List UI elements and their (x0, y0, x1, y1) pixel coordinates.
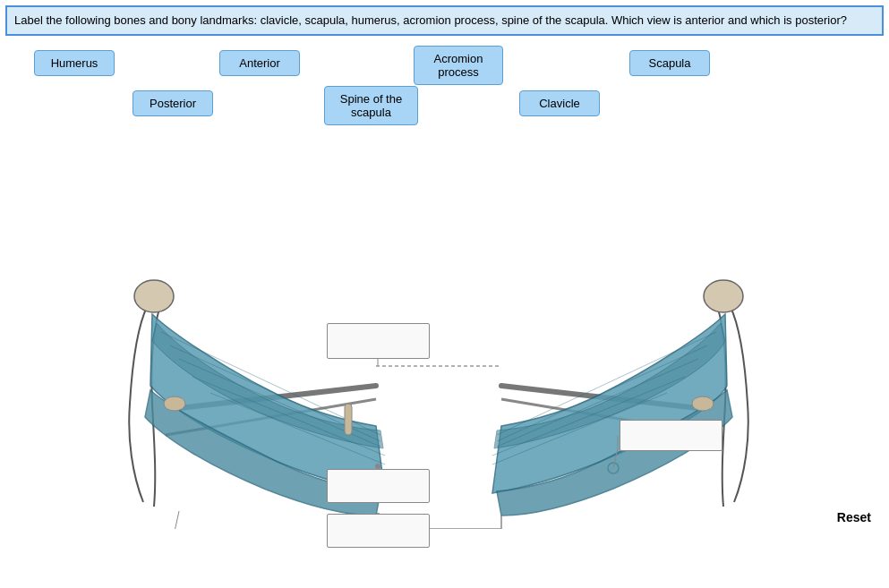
reset-button[interactable]: Reset (837, 510, 871, 524)
labels-area: Humerus Anterior AcromionAcromion proces… (0, 41, 889, 144)
svg-point-2 (704, 280, 743, 312)
label-btn-clavicle[interactable]: Clavicle (519, 90, 600, 116)
svg-point-33 (164, 396, 185, 411)
label-btn-acromion-process[interactable]: AcromionAcromion processprocess (414, 46, 503, 85)
label-btn-spine-of-scapula[interactable]: Spine of thescapula (324, 86, 418, 125)
svg-point-34 (692, 396, 714, 411)
answer-box-center-mid2[interactable] (327, 514, 430, 548)
label-btn-scapula[interactable]: Scapula (629, 50, 710, 76)
svg-point-1 (134, 280, 174, 312)
anatomy-illustration (0, 144, 889, 529)
svg-rect-35 (345, 404, 352, 435)
answer-box-top-center[interactable] (327, 323, 430, 359)
label-btn-anterior[interactable]: Anterior (219, 50, 300, 76)
answer-box-center-mid1[interactable] (327, 469, 430, 503)
instruction-text: Label the following bones and bony landm… (5, 5, 884, 36)
diagram-area: Reset (0, 144, 889, 529)
answer-box-right-upper[interactable] (620, 420, 722, 451)
label-btn-posterior[interactable]: Posterior (132, 90, 213, 116)
label-btn-humerus[interactable]: Humerus (34, 50, 115, 76)
